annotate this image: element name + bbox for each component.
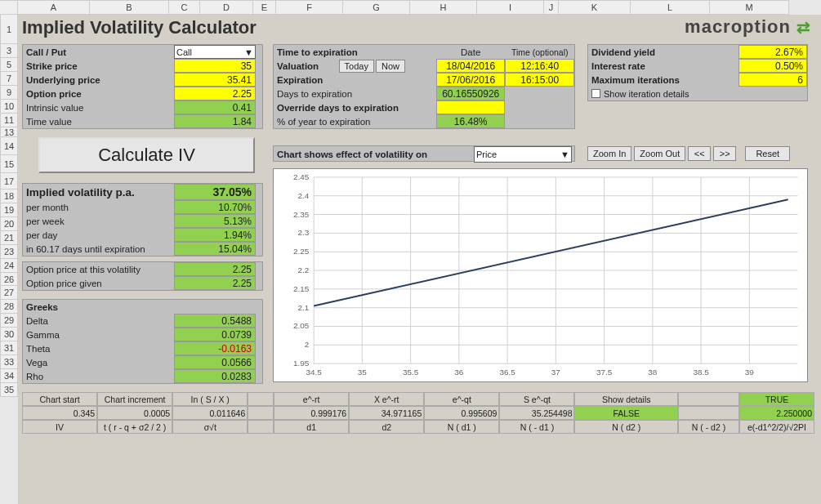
svg-text:37.5: 37.5 [596, 368, 613, 377]
svg-text:38: 38 [648, 368, 658, 377]
gamma-value: 0.0739 [174, 328, 256, 341]
expiration-time-input[interactable]: 16:15:00 [505, 73, 574, 87]
chart-control-panel: Chart shows effect of volatility on Pric… [273, 145, 575, 162]
column-headers: ABCDEFGHIJKLM [0, 0, 821, 15]
theta-label: Theta [23, 341, 174, 355]
bottom-row-33: Chart startChart incrementIn ( S / X ) e… [22, 392, 814, 406]
zoomout-button[interactable]: Zoom Out [634, 146, 685, 161]
intrinsic-value: 0.41 [174, 100, 256, 114]
valuation-label: Valuation [274, 59, 339, 73]
underlying-label: Underlying price [23, 73, 174, 87]
showdetails-checkbox[interactable]: Show iteration details [591, 87, 689, 100]
iv-perexp-label: in 60.17 days until expiration [23, 242, 174, 256]
svg-text:2.15: 2.15 [293, 284, 310, 293]
bottom-row-34: 0.3450.00050.011646 0.99917634.9711650.9… [22, 406, 814, 420]
callput-select[interactable]: Call▼ [174, 45, 256, 59]
svg-text:2.45: 2.45 [293, 172, 310, 181]
svg-text:2.2: 2.2 [297, 265, 309, 274]
expiration-date-input[interactable]: 17/06/2016 [436, 73, 506, 87]
svg-text:2.3: 2.3 [297, 228, 309, 237]
optionprice-label: Option price [23, 87, 174, 100]
rho-value: 0.0283 [174, 369, 256, 383]
reset-button[interactable]: Reset [745, 146, 790, 161]
iv-permonth-value: 10.70% [174, 200, 256, 214]
iv-perday-value: 1.94% [174, 228, 256, 242]
optionprice-input[interactable]: 2.25 [174, 87, 256, 100]
gamma-label: Gamma [23, 328, 174, 341]
page-title: Implied Volatility Calculator [22, 17, 257, 38]
strike-label: Strike price [23, 59, 174, 73]
divyield-input[interactable]: 2.67% [738, 45, 807, 59]
date-header: Date [436, 45, 506, 59]
time-panel: Time to expiration Date Time (optional) … [273, 44, 575, 129]
worksheet-area: Implied Volatility Calculator macroption… [18, 15, 821, 504]
override-label: Override days to expiration [274, 100, 436, 114]
delta-label: Delta [23, 314, 174, 328]
calculate-iv-button[interactable]: Calculate IV [38, 137, 255, 173]
checkbox-icon [591, 89, 600, 98]
maxiter-label: Maximum iterations [588, 73, 738, 87]
scroll-left-button[interactable]: << [688, 146, 711, 161]
override-input[interactable] [436, 100, 506, 114]
brand-arrow-icon: ⇄ [796, 18, 811, 36]
svg-text:37: 37 [551, 368, 561, 377]
zoomin-button[interactable]: Zoom In [587, 146, 631, 161]
divyield-label: Dividend yield [588, 45, 738, 59]
svg-text:34.5: 34.5 [306, 368, 322, 377]
intrate-label: Interest rate [588, 59, 738, 73]
intrate-input[interactable]: 0.50% [738, 59, 807, 73]
svg-text:35: 35 [358, 368, 368, 377]
svg-text:2.4: 2.4 [297, 191, 309, 200]
bottom-row-35: IVt ( r - q + σ2 / 2 )σ√t d1d2N ( d1 )N … [22, 420, 814, 434]
svg-text:2: 2 [305, 340, 310, 349]
vega-value: 0.0566 [174, 355, 256, 369]
rates-panel: Dividend yield 2.67% Interest rate 0.50%… [587, 44, 808, 101]
pctyear-value: 16.48% [436, 114, 506, 128]
maxiter-input[interactable]: 6 [738, 73, 807, 87]
opthisvol-label: Option price at this volatility [23, 262, 174, 276]
underlying-input[interactable]: 35.41 [174, 73, 256, 87]
valuation-date-input[interactable]: 18/04/2016 [436, 59, 506, 73]
vega-label: Vega [23, 355, 174, 369]
brand-logo: macroption ⇄ [685, 16, 811, 38]
greeks-header: Greeks [23, 300, 262, 314]
chart-zoom-buttons: Zoom In Zoom Out << >> Reset [587, 146, 790, 161]
row-headers: 1357910111314151718192021232426272829303… [0, 15, 18, 397]
scroll-right-button[interactable]: >> [713, 146, 736, 161]
iv-panel: Implied volatility p.a. 37.05% per month… [22, 183, 263, 256]
callput-label: Call / Put [23, 45, 174, 59]
chart-area: 1.9522.052.12.152.22.252.32.352.42.4534.… [273, 168, 808, 382]
timeopt-header: Time (optional) [505, 45, 574, 59]
timevalue-value: 1.84 [174, 114, 256, 128]
svg-text:39: 39 [745, 368, 755, 377]
expiration-label: Expiration [274, 73, 436, 87]
strike-input[interactable]: 35 [174, 59, 256, 73]
iv-perday-label: per day [23, 228, 174, 242]
svg-text:2.25: 2.25 [293, 247, 310, 256]
now-button[interactable]: Now [376, 60, 405, 73]
svg-text:38.5: 38.5 [693, 368, 709, 377]
greeks-panel: Greeks Delta 0.5488 Gamma 0.0739 Theta -… [22, 299, 263, 384]
svg-text:1.95: 1.95 [293, 359, 310, 368]
days-value: 60.16550926 [436, 87, 506, 100]
iv-permonth-label: per month [23, 200, 174, 214]
theta-value: -0.0163 [174, 341, 256, 355]
timevalue-label: Time value [23, 114, 174, 128]
svg-text:2.05: 2.05 [293, 321, 310, 330]
chartctrl-select[interactable]: Price▼ [474, 146, 572, 163]
iv-perexp-value: 15.04% [174, 242, 256, 256]
intrinsic-label: Intrinsic value [23, 100, 174, 114]
today-button[interactable]: Today [339, 60, 374, 73]
pctyear-label: % of year to expiration [274, 114, 436, 128]
svg-text:2.35: 2.35 [293, 210, 310, 219]
valuation-time-input[interactable]: 12:16:40 [505, 59, 574, 73]
svg-text:2.1: 2.1 [297, 303, 309, 312]
opgiven-label: Option price given [23, 276, 174, 290]
chartctrl-label: Chart shows effect of volatility on [274, 146, 474, 163]
delta-value: 0.5488 [174, 314, 256, 328]
svg-text:35.5: 35.5 [403, 368, 419, 377]
optprice-check-panel: Option price at this volatility 2.25 Opt… [22, 261, 263, 291]
chevron-down-icon: ▼ [244, 47, 253, 57]
iv-perweek-value: 5.13% [174, 214, 256, 228]
svg-text:36: 36 [454, 368, 464, 377]
